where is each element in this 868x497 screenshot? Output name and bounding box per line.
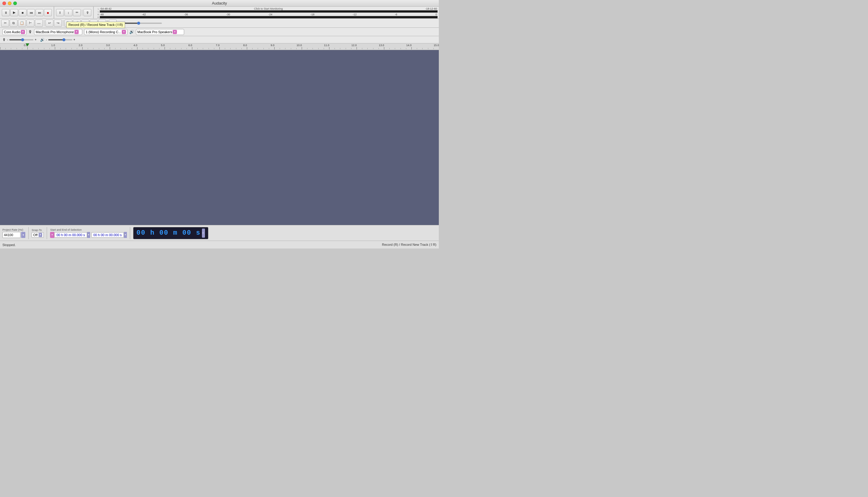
snap-to-value: Off	[33, 233, 38, 237]
ruler-tick: 7.0	[219, 43, 220, 49]
volume-row: 🎙 - + 🔊 - +	[0, 36, 439, 43]
track-area	[0, 50, 439, 225]
envelope-tool-button[interactable]: ↕	[64, 9, 72, 16]
playback-speed-track[interactable]	[120, 23, 162, 24]
channels-label: 1 (Mono) Recording C...	[86, 30, 121, 34]
ruler-tick: 4.0	[137, 43, 137, 49]
play-button[interactable]: ▶	[10, 9, 18, 16]
time-display-arrow[interactable]: ▾	[202, 229, 205, 238]
mic-level-button[interactable]: 🎙	[84, 9, 91, 16]
snap-to-select[interactable]: Off ▾	[32, 232, 44, 238]
vu-bar-L[interactable]	[100, 10, 438, 13]
skip-fwd-button[interactable]: ⏭	[35, 9, 43, 16]
db-scale-top: -54 -48 -42 Click to Start Monitoring -1…	[99, 7, 438, 10]
vu-bar-L-row: L	[95, 10, 438, 13]
minimize-button[interactable]	[8, 1, 12, 5]
project-rate-label: Project Rate (Hz)	[2, 228, 25, 231]
db-scale-row2: R -48 -42 -36 -30 -24 -18 -12 -6 0	[95, 13, 438, 16]
silence-button[interactable]: —	[35, 19, 43, 27]
sel-end-arrow[interactable]: ▾	[124, 232, 127, 238]
ruler-tick: 8.0	[247, 43, 247, 49]
vu-bar-R[interactable]	[100, 16, 438, 18]
project-rate-group: Project Rate (Hz) 44100 ▾	[2, 228, 25, 238]
bottom-toolbar: Project Rate (Hz) 44100 ▾ Snap-To Off ▾ …	[0, 225, 439, 241]
channels-select[interactable]: 1 (Mono) Recording C... ▾	[84, 29, 127, 35]
device-row: Core Audio ▾ 🎙 MacBook Pro Microphone ▾ …	[0, 28, 439, 36]
toolbar-row1: ⏸ ▶ ■ ⏮ ⏭ ● I ↕ ✏ 🎙 L -	[0, 6, 439, 19]
cut-button[interactable]: ✂	[1, 19, 9, 27]
selection-label: Start and End of Selection	[50, 228, 127, 231]
titlebar: Audacity	[0, 0, 439, 6]
selection-end[interactable]: 00 h 00 m 00.000 s	[91, 232, 124, 238]
project-rate-value[interactable]: 44100	[2, 232, 20, 238]
output-vol-icon: 🔊	[40, 38, 45, 42]
bottom-sep1	[28, 227, 29, 239]
statusbar: Stopped. Record (R) / Record New Track (…	[0, 241, 439, 248]
record-button[interactable]: ●	[44, 9, 52, 16]
snap-to-arrow[interactable]: ▾	[39, 233, 42, 237]
ruler-tick: 12.0	[356, 43, 357, 49]
playback-speed-thumb[interactable]	[137, 22, 140, 25]
skip-back-button[interactable]: ⏮	[27, 9, 35, 16]
timeline-ruler[interactable]: -1.00.01.02.03.04.05.06.07.08.09.010.011…	[0, 43, 439, 50]
db-scale-row1: L -54 -48 -42 Click to Start Monitoring …	[95, 7, 438, 10]
ruler-tick: 14.0	[411, 43, 412, 49]
playback-speed-section	[120, 23, 438, 24]
output-vol-thumb[interactable]	[62, 38, 65, 41]
traffic-lights[interactable]	[2, 1, 17, 5]
input-vol-fill	[9, 39, 23, 40]
db-scale-bottom: -48 -42 -36 -30 -24 -18 -12 -6 0	[99, 13, 438, 16]
draw-tool-button[interactable]: ✏	[73, 9, 81, 16]
channels-arrow[interactable]: ▾	[122, 30, 126, 34]
input-vol-max: +	[35, 38, 36, 41]
ruler-tick: -1.0	[0, 43, 0, 49]
playback-cursor	[27, 43, 29, 46]
lr-label-l: L	[95, 8, 99, 10]
mic-device-select[interactable]: MacBook Pro Microphone ▾	[34, 29, 82, 35]
audio-host-select[interactable]: Core Audio ▾	[2, 29, 27, 35]
maximize-button[interactable]	[13, 1, 17, 5]
sel-start-arrow[interactable]: ▾	[87, 232, 90, 238]
output-vol-track[interactable]	[48, 39, 72, 40]
ruler-tick: 13.0	[384, 43, 384, 49]
output-device-select[interactable]: MacBook Pro Speakers ▾	[136, 29, 184, 35]
audio-host-arrow[interactable]: ▾	[21, 30, 25, 34]
output-vol-min: -	[46, 38, 47, 41]
ruler-tick: 6.0	[192, 43, 192, 49]
redo-button[interactable]: ↪	[54, 19, 62, 27]
snap-to-group: Snap-To Off ▾	[32, 229, 44, 238]
stop-button[interactable]: ■	[19, 9, 27, 16]
bottom-sep2	[47, 227, 47, 239]
undo-button[interactable]: ↩	[45, 19, 53, 27]
time-display-big: 00 h 00 m 00 s ▾	[133, 227, 208, 239]
project-rate-arrow[interactable]: ▾	[21, 232, 25, 238]
time-display-value: 00 h 00 m 00 s	[136, 229, 201, 237]
input-vol-min: -	[7, 38, 8, 41]
cursor-triangle	[26, 43, 29, 46]
input-vol-thumb[interactable]	[21, 38, 24, 41]
paste-button[interactable]: 📋	[18, 19, 26, 27]
status-right: Record (R) / Record New Track (⇧R)	[382, 243, 437, 247]
trim-button[interactable]: ⊢	[27, 19, 34, 27]
bottom-sep3	[130, 227, 130, 239]
pause-button[interactable]: ⏸	[2, 9, 10, 16]
output-vol-max: +	[74, 38, 75, 41]
tools-toolbar: I ↕ ✏ 🎙	[54, 6, 94, 18]
output-device-arrow[interactable]: ▾	[173, 30, 177, 34]
input-vol-track[interactable]	[9, 39, 33, 40]
output-vol-slider-container	[48, 39, 72, 40]
selection-mode-arrow[interactable]: ▾	[50, 232, 54, 238]
selection-start[interactable]: 00 h 00 m 00.000 s	[54, 232, 87, 238]
mic-device-label: MacBook Pro Microphone	[35, 30, 74, 34]
vu-meter-section: L -54 -48 -42 Click to Start Monitoring …	[94, 6, 439, 18]
ruler-tick: 11.0	[329, 43, 329, 49]
mic-icon: 🎙	[28, 30, 32, 34]
select-tool-button[interactable]: I	[56, 9, 64, 16]
project-rate-select[interactable]: 44100 ▾	[2, 232, 25, 238]
mic-device-arrow[interactable]: ▾	[74, 30, 79, 34]
copy-button[interactable]: ⧉	[10, 19, 17, 27]
close-button[interactable]	[2, 1, 6, 5]
ruler-tick: 1.0	[55, 43, 55, 49]
speaker-icon: 🔊	[129, 30, 134, 34]
output-vol-fill	[48, 39, 64, 40]
